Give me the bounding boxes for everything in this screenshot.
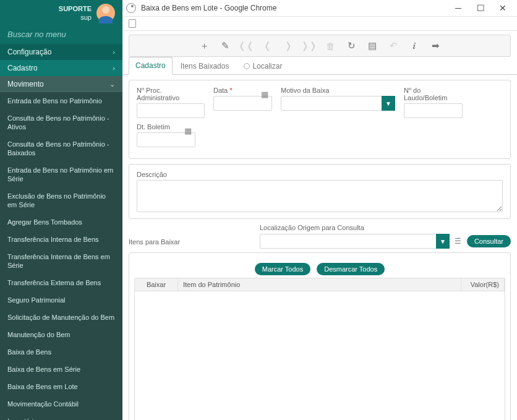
chevron-down-icon: ⌄ [109,80,115,88]
calendar-icon[interactable]: ▦ [182,124,194,137]
submenu-label: Consulta de Bens no Patrimônio - Baixado… [7,140,115,157]
minimize-button[interactable]: ─ [453,2,464,14]
search-input[interactable] [7,30,115,39]
loc-label: Localização Origem para Consulta [260,224,511,231]
submenu-label: Baixa de Bens [7,348,51,356]
descricao-textarea[interactable] [137,180,503,212]
grid-header: Baixar Item do Patrimônio Valor(R$) [135,278,505,291]
submenu-label: Consulta de Bens no Patrimônio - Ativos [7,114,115,131]
tab-cadastro[interactable]: Cadastro [129,57,173,75]
submenu-label: Agregar Bens Tombados [7,218,82,226]
submenu-item[interactable]: Baixa de Bens em Série [0,361,122,378]
dropdown-icon[interactable]: ▼ [382,96,395,111]
window-buttons: ─ ☐ ✕ [448,2,513,14]
document-icon [129,19,136,28]
exit-icon[interactable]: ➡ [430,40,441,51]
list-icon[interactable]: ▤ [367,40,378,51]
grid-controls: Marcar Todos Desmarcar Todos [134,263,505,275]
menu-label: Movimento [7,80,44,88]
field-motivo: Motivo da Baixa ▼ [281,87,395,118]
maximize-button[interactable]: ☐ [475,2,486,14]
loc-input[interactable] [260,234,450,249]
col-item[interactable]: Item do Patrimônio [178,278,461,291]
n-proc-input[interactable] [137,103,205,118]
grid-body[interactable] [135,291,505,420]
col-valor[interactable]: Valor(R$) [461,278,505,291]
window-titlebar: Baixa de Bens em Lote - Google Chrome ─ … [122,0,517,17]
submenu-item[interactable]: Manutenção do Bem [0,326,122,343]
prev-icon: ❬ [262,40,273,51]
chevron-right-icon: › [113,48,115,56]
avatar[interactable] [96,4,115,22]
last-icon: ❭❭ [304,40,315,51]
submenu-item[interactable]: Transferência Interna de Bens [0,231,122,248]
sidebar: SUPORTE sup Configuração › Cadastro › Mo… [0,0,122,420]
refresh-icon[interactable]: ↻ [346,40,357,51]
field-label: Nº do Laudo/Boletim [404,87,463,101]
tab-itens-baixados[interactable]: Itens Baixados [174,58,236,74]
tab-label: Itens Baixados [181,62,229,71]
grid: Baixar Item do Patrimônio Valor(R$) [134,278,505,420]
lower-area: Itens para Baixar Localização Origem par… [129,224,511,249]
menu-movimento-submenu: Entrada de Bens no Patrimônio Consulta d… [0,92,122,420]
submenu-item[interactable]: Movimentação Contábil [0,395,122,413]
field-n-proc: Nº Proc. Administrativo [137,87,205,118]
address-bar [122,17,517,31]
tab-localizar[interactable]: Localizar [237,58,289,74]
window-title: Baixa de Bens em Lote - Google Chrome [141,4,443,12]
close-button[interactable]: ✕ [497,2,508,14]
consultar-button[interactable]: Consultar [467,235,511,247]
list-picker-icon[interactable]: ☰ [453,236,463,246]
submenu-item[interactable]: Entrada de Bens no Patrimônio [0,92,122,109]
col-baixar[interactable]: Baixar [135,278,178,291]
submenu-item[interactable]: Solicitação de Manutenção do Bem [0,309,122,326]
field-dt-boletim: Dt. Boletim ▦ [137,123,195,147]
dropdown-icon[interactable]: ▼ [436,234,450,249]
marcar-todos-button[interactable]: Marcar Todos [255,263,310,275]
submenu-item[interactable]: Seguro Patrimonial [0,291,122,309]
submenu-item[interactable]: Baixa de Bens em Lote [0,378,122,395]
menu-configuracao[interactable]: Configuração › [0,44,122,60]
fieldset-grid: Marcar Todos Desmarcar Todos Baixar Item… [129,252,511,420]
motivo-input[interactable] [281,96,395,111]
chevron-right-icon: › [113,64,115,72]
submenu-item[interactable]: Inventário [0,413,122,420]
loc-select[interactable]: ▼ [260,234,450,249]
delete-icon: 🗑 [325,40,336,51]
submenu-item[interactable]: Transferência Interna de Bens em Série [0,248,122,274]
fieldset-descricao: Descrição [129,164,511,219]
submenu-label: Movimentação Contábil [7,400,79,408]
radio-icon [244,63,250,69]
tabs: Cadastro Itens Baixados Localizar [122,57,517,75]
menu-cadastro[interactable]: Cadastro › [0,60,122,76]
submenu-label: Entrada de Bens no Patrimônio [7,96,102,105]
submenu-item[interactable]: Entrada de Bens no Patrimônio em Série [0,161,122,187]
menu-movimento[interactable]: Movimento ⌄ [0,76,122,92]
submenu-item[interactable]: Transferência Externa de Bens [0,274,122,291]
submenu-label: Inventário [7,417,37,420]
submenu-label: Solicitação de Manutenção do Bem [7,313,114,322]
desmarcar-todos-button[interactable]: Desmarcar Todos [317,263,385,275]
search-row [0,24,122,44]
submenu-label: Transferência Interna de Bens em Série [7,252,115,270]
submenu-label: Exclusão de Bens no Patrimônio em Série [7,192,115,209]
field-data: Data * ▦ [213,87,272,118]
menu-label: Configuração [7,48,51,56]
submenu-label: Transferência Externa de Bens [7,278,101,287]
next-icon: ❭ [283,40,294,51]
items-label-area: Itens para Baixar [129,224,252,249]
calendar-icon[interactable]: ▦ [258,88,271,100]
submenu-item[interactable]: Agregar Bens Tombados [0,213,122,231]
submenu-item[interactable]: Consulta de Bens no Patrimônio - Baixado… [0,135,122,161]
form-body: Nº Proc. Administrativo Data * ▦ Motivo … [122,75,517,420]
n-laudo-input[interactable] [404,103,463,118]
add-icon[interactable]: ＋ [199,40,210,51]
submenu-label: Baixa de Bens em Série [7,365,80,374]
submenu-item[interactable]: Consulta de Bens no Patrimônio - Ativos [0,109,122,135]
motivo-select[interactable]: ▼ [281,96,395,111]
submenu-item[interactable]: Baixa de Bens [0,343,122,361]
submenu-item[interactable]: Exclusão de Bens no Patrimônio em Série [0,187,122,213]
edit-icon[interactable]: ✎ [220,40,231,51]
field-n-laudo: Nº do Laudo/Boletim [404,87,463,118]
info-icon[interactable]: 𝒊 [409,40,420,51]
